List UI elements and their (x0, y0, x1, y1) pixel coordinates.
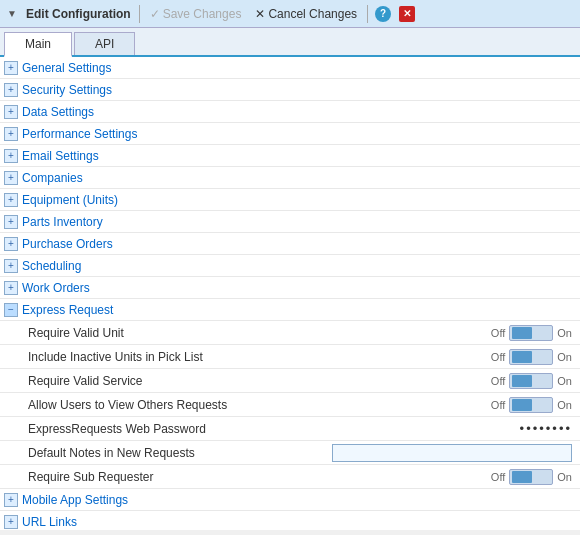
default-notes-input[interactable] (332, 444, 572, 462)
text-control (332, 444, 580, 462)
tree-item-label: Data Settings (22, 105, 94, 119)
close-icon: ✕ (399, 6, 415, 22)
toggle-control: Off On (491, 349, 580, 365)
tabs-bar: Main API (0, 28, 580, 57)
on-label: On (557, 399, 572, 411)
off-label: Off (491, 375, 505, 387)
tree-item-label: Companies (22, 171, 83, 185)
express-request-section: Require Valid Unit Off On Include Inacti… (0, 321, 580, 489)
tree-item-companies[interactable]: + Companies (0, 167, 580, 189)
on-label: On (557, 327, 572, 339)
divider-2 (367, 5, 368, 23)
tree-item-data-settings[interactable]: + Data Settings (0, 101, 580, 123)
expand-icon: + (4, 237, 18, 251)
help-icon: ? (375, 6, 391, 22)
tab-api[interactable]: API (74, 32, 135, 55)
row-require-valid-service: Require Valid Service Off On (0, 369, 580, 393)
tree-item-label: Parts Inventory (22, 215, 103, 229)
off-label: Off (491, 327, 505, 339)
close-button[interactable]: ✕ (396, 4, 418, 24)
title-bar: ▼ Edit Configuration ✓ Save Changes ✕ Ca… (0, 0, 580, 28)
tree-item-mobile-app-settings[interactable]: + Mobile App Settings (0, 489, 580, 511)
tree-item-label: Email Settings (22, 149, 99, 163)
tree-item-label: Performance Settings (22, 127, 137, 141)
toggle-thumb (512, 351, 532, 363)
row-label: Include Inactive Units in Pick List (28, 350, 491, 364)
expand-icon: + (4, 493, 18, 507)
cancel-changes-button[interactable]: ✕ Cancel Changes (249, 5, 363, 23)
expand-icon: + (4, 281, 18, 295)
toggle-allow-users[interactable] (509, 397, 553, 413)
row-label: Default Notes in New Requests (28, 446, 332, 460)
row-include-inactive-units: Include Inactive Units in Pick List Off … (0, 345, 580, 369)
save-changes-button[interactable]: ✓ Save Changes (144, 5, 248, 23)
row-default-notes: Default Notes in New Requests (0, 441, 580, 465)
tree-item-label: Security Settings (22, 83, 112, 97)
tree-item-general-settings[interactable]: + General Settings (0, 57, 580, 79)
tree-item-work-orders[interactable]: + Work Orders (0, 277, 580, 299)
row-label: Require Valid Unit (28, 326, 491, 340)
tree-item-url-links[interactable]: + URL Links (0, 511, 580, 530)
x-icon: ✕ (255, 7, 265, 21)
expand-icon: + (4, 83, 18, 97)
tree-item-label: Work Orders (22, 281, 90, 295)
expand-icon: + (4, 105, 18, 119)
on-label: On (557, 375, 572, 387)
tree-item-label: Purchase Orders (22, 237, 113, 251)
tree-item-email-settings[interactable]: + Email Settings (0, 145, 580, 167)
toggle-control: Off On (491, 469, 580, 485)
collapse-icon[interactable]: ▼ (4, 6, 20, 22)
checkmark-icon: ✓ (150, 7, 160, 21)
tree-item-scheduling[interactable]: + Scheduling (0, 255, 580, 277)
on-label: On (557, 471, 572, 483)
tree-item-label: Express Request (22, 303, 113, 317)
row-label: Allow Users to View Others Requests (28, 398, 491, 412)
expand-icon: + (4, 61, 18, 75)
row-allow-users: Allow Users to View Others Requests Off … (0, 393, 580, 417)
toggle-thumb (512, 375, 532, 387)
expand-icon: + (4, 515, 18, 529)
password-control: •••••••• (520, 421, 580, 436)
password-value: •••••••• (520, 421, 572, 436)
tree-item-equipment-units[interactable]: + Equipment (Units) (0, 189, 580, 211)
toggle-thumb (512, 399, 532, 411)
toggle-control: Off On (491, 397, 580, 413)
toggle-require-valid-service[interactable] (509, 373, 553, 389)
expand-icon: + (4, 149, 18, 163)
toggle-thumb (512, 471, 532, 483)
tree-item-purchase-orders[interactable]: + Purchase Orders (0, 233, 580, 255)
divider-1 (139, 5, 140, 23)
off-label: Off (491, 399, 505, 411)
tree-item-express-request[interactable]: − Express Request (0, 299, 580, 321)
toggle-require-sub-requester[interactable] (509, 469, 553, 485)
tree-item-label: General Settings (22, 61, 111, 75)
expand-icon: + (4, 193, 18, 207)
toggle-include-inactive-units[interactable] (509, 349, 553, 365)
expand-icon: + (4, 215, 18, 229)
tree-item-security-settings[interactable]: + Security Settings (0, 79, 580, 101)
toggle-control: Off On (491, 373, 580, 389)
toggle-thumb (512, 327, 532, 339)
row-label: Require Sub Requester (28, 470, 491, 484)
tree-item-parts-inventory[interactable]: + Parts Inventory (0, 211, 580, 233)
tree-item-label: Mobile App Settings (22, 493, 128, 507)
tree-item-performance-settings[interactable]: + Performance Settings (0, 123, 580, 145)
tree-item-label: URL Links (22, 515, 77, 529)
help-button[interactable]: ? (372, 4, 394, 24)
expand-icon: + (4, 171, 18, 185)
toggle-control: Off On (491, 325, 580, 341)
row-label: Require Valid Service (28, 374, 491, 388)
page-title: Edit Configuration (22, 7, 135, 21)
tree-item-label: Scheduling (22, 259, 81, 273)
tree-item-label: Equipment (Units) (22, 193, 118, 207)
collapse-icon: − (4, 303, 18, 317)
row-require-sub-requester: Require Sub Requester Off On (0, 465, 580, 489)
off-label: Off (491, 351, 505, 363)
on-label: On (557, 351, 572, 363)
off-label: Off (491, 471, 505, 483)
row-web-password: ExpressRequests Web Password •••••••• (0, 417, 580, 441)
toggle-require-valid-unit[interactable] (509, 325, 553, 341)
expand-icon: + (4, 127, 18, 141)
row-require-valid-unit: Require Valid Unit Off On (0, 321, 580, 345)
tab-main[interactable]: Main (4, 32, 72, 57)
